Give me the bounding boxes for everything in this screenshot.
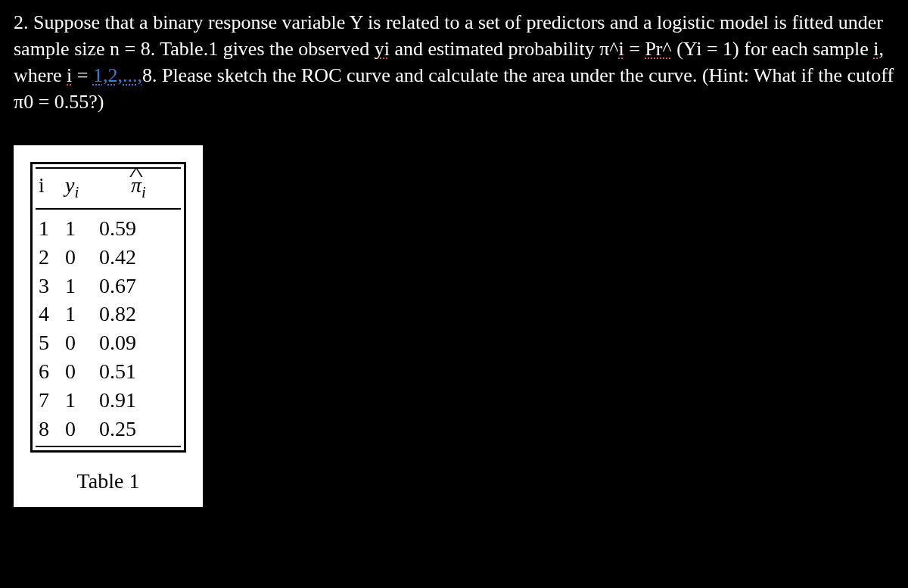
data-table-outer: i yi πi 1 1 0.59 2 0 0.42 3 1 0.67 bbox=[30, 162, 186, 453]
table-row: 7 1 0.91 bbox=[39, 386, 178, 415]
question-part3: = bbox=[624, 38, 645, 60]
cell-i: 4 bbox=[39, 300, 65, 328]
table-row: 3 1 0.67 bbox=[39, 272, 178, 300]
cell-i: 6 bbox=[39, 357, 65, 386]
cell-y: 1 bbox=[65, 300, 99, 328]
cell-y: 1 bbox=[65, 386, 99, 415]
cell-pi: 0.09 bbox=[99, 328, 178, 357]
table-caption: Table 1 bbox=[30, 469, 186, 493]
cell-i: 3 bbox=[39, 272, 65, 300]
cell-i: 1 bbox=[39, 214, 65, 243]
question-part4: (Yi = 1) for each sample bbox=[672, 38, 874, 60]
table-row: 2 0 0.42 bbox=[39, 243, 178, 272]
cell-pi: 0.25 bbox=[99, 415, 178, 443]
cell-pi: 0.82 bbox=[99, 300, 178, 328]
cell-y: 0 bbox=[65, 357, 99, 386]
cell-pi: 0.67 bbox=[99, 272, 178, 300]
cell-y: 1 bbox=[65, 272, 99, 300]
cell-i: 5 bbox=[39, 328, 65, 357]
cell-y: 1 bbox=[65, 214, 99, 243]
question-text: 2. Suppose that a binary response variab… bbox=[14, 9, 894, 115]
table-row: 1 1 0.59 bbox=[39, 214, 178, 243]
table-card: i yi πi 1 1 0.59 2 0 0.42 3 1 0.67 bbox=[14, 145, 203, 507]
header-pi: πi bbox=[99, 173, 178, 202]
cell-i: 8 bbox=[39, 415, 65, 443]
cell-y: 0 bbox=[65, 415, 99, 443]
header-y: yi bbox=[65, 173, 99, 202]
data-table-inner: i yi πi 1 1 0.59 2 0 0.42 3 1 0.67 bbox=[36, 167, 181, 447]
table-row: 8 0 0.25 bbox=[39, 415, 178, 443]
sample-i-1: i bbox=[873, 38, 878, 60]
cell-y: 0 bbox=[65, 328, 99, 357]
question-part6: = bbox=[72, 64, 93, 86]
cell-pi: 0.42 bbox=[99, 243, 178, 272]
table-row: 6 0 0.51 bbox=[39, 357, 178, 386]
table-row: 4 1 0.82 bbox=[39, 300, 178, 328]
question-part2: and estimated probability π^ bbox=[390, 38, 619, 60]
header-i: i bbox=[39, 173, 65, 202]
table-body: 1 1 0.59 2 0 0.42 3 1 0.67 4 1 0.82 bbox=[36, 210, 181, 446]
pr-hat: Pr^ bbox=[645, 38, 671, 60]
table-header-row: i yi πi bbox=[36, 169, 181, 210]
pi-hat-i: i bbox=[618, 38, 623, 60]
cell-pi: 0.91 bbox=[99, 386, 178, 415]
range-text: 1,2,..., bbox=[93, 64, 142, 86]
question-part7: 8. Please sketch the ROC curve and calcu… bbox=[14, 64, 894, 113]
question-number: 2. bbox=[14, 11, 29, 33]
observed-yi: yi bbox=[375, 38, 390, 60]
cell-pi: 0.59 bbox=[99, 214, 178, 243]
table-row: 5 0 0.09 bbox=[39, 328, 178, 357]
cell-i: 7 bbox=[39, 386, 65, 415]
cell-pi: 0.51 bbox=[99, 357, 178, 386]
cell-y: 0 bbox=[65, 243, 99, 272]
cell-i: 2 bbox=[39, 243, 65, 272]
